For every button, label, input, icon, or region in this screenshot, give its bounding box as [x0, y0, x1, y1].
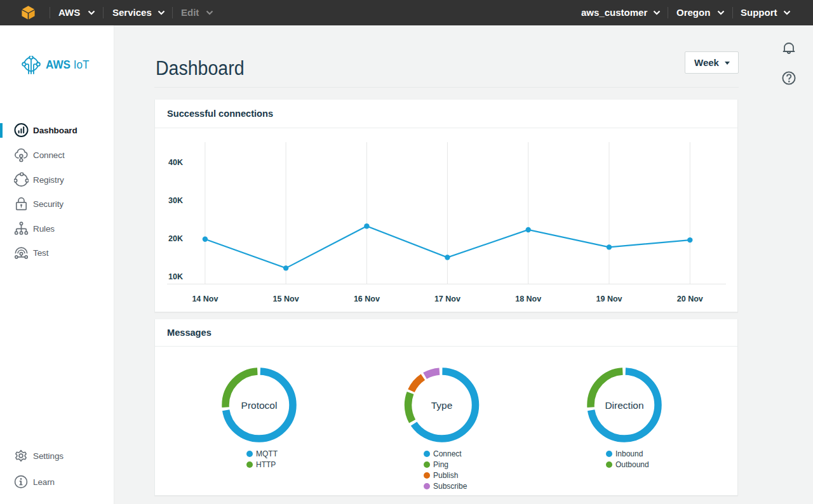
svg-text:19 Nov: 19 Nov — [596, 295, 622, 303]
svg-text:15 Nov: 15 Nov — [273, 295, 299, 303]
svg-text:17 Nov: 17 Nov — [434, 295, 460, 303]
svg-text:40K: 40K — [168, 158, 183, 167]
svg-text:30K: 30K — [168, 196, 183, 205]
svg-text:14 Nov: 14 Nov — [192, 295, 218, 303]
svg-text:Direction: Direction — [605, 400, 643, 411]
svg-text:Type: Type — [431, 400, 453, 411]
svg-text:20K: 20K — [168, 234, 183, 243]
svg-text:18 Nov: 18 Nov — [515, 295, 541, 303]
svg-text:20 Nov: 20 Nov — [677, 295, 703, 303]
svg-text:16 Nov: 16 Nov — [354, 295, 380, 303]
svg-text:10K: 10K — [168, 272, 183, 281]
svg-text:Protocol: Protocol — [241, 400, 278, 411]
